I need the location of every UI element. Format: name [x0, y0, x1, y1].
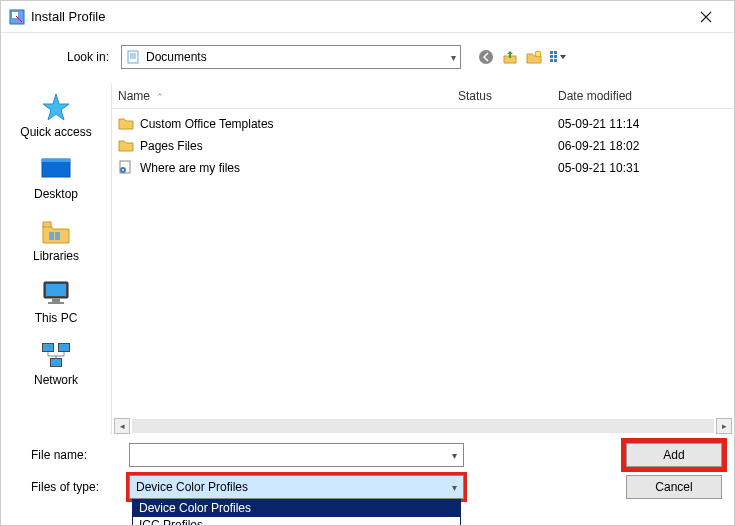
- filetype-label: Files of type:: [11, 480, 129, 494]
- svg-point-6: [479, 50, 493, 64]
- places-bar: Quick access Desktop Libraries This PC N…: [1, 83, 111, 435]
- file-list-pane: Name⌃ Status Date modified Custom Office…: [111, 83, 734, 435]
- svg-rect-16: [43, 222, 51, 227]
- file-icon: [118, 159, 136, 177]
- chevron-down-icon: ▾: [451, 52, 456, 63]
- network-icon: [37, 339, 75, 371]
- file-name: Custom Office Templates: [140, 117, 458, 131]
- svg-rect-28: [51, 359, 61, 366]
- new-folder-icon[interactable]: [525, 48, 543, 66]
- svg-rect-26: [59, 344, 69, 351]
- place-libraries[interactable]: Libraries: [1, 215, 111, 263]
- filetype-combo[interactable]: Device Color Profiles ▾: [129, 475, 464, 499]
- svg-rect-15: [42, 159, 70, 162]
- filename-input[interactable]: ▾: [129, 443, 464, 467]
- svg-rect-20: [46, 284, 66, 296]
- scroll-right-icon[interactable]: ▸: [716, 418, 732, 434]
- window-title: Install Profile: [31, 9, 686, 24]
- chevron-down-icon: ▾: [452, 450, 457, 461]
- svg-point-7: [535, 51, 541, 57]
- back-icon[interactable]: [477, 48, 495, 66]
- svg-rect-17: [49, 232, 54, 240]
- svg-rect-18: [55, 232, 60, 240]
- lookin-value: Documents: [146, 50, 451, 64]
- filetype-option[interactable]: ICC Profiles: [133, 517, 460, 526]
- lookin-row: Look in: Documents ▾: [1, 33, 734, 83]
- documents-icon: [126, 49, 142, 65]
- place-desktop[interactable]: Desktop: [1, 153, 111, 201]
- scroll-left-icon[interactable]: ◂: [114, 418, 130, 434]
- file-date: 05-09-21 11:14: [558, 117, 728, 131]
- file-date: 06-09-21 18:02: [558, 139, 728, 153]
- add-button[interactable]: Add: [626, 443, 722, 467]
- filetype-dropdown[interactable]: Device Color ProfilesICC ProfilesDevice …: [132, 499, 461, 526]
- libraries-icon: [37, 215, 75, 247]
- view-menu-icon[interactable]: [549, 48, 567, 66]
- svg-rect-8: [550, 51, 553, 54]
- filetype-option[interactable]: Device Color Profiles: [133, 500, 460, 517]
- lookin-toolbar: [477, 48, 567, 66]
- this-pc-icon: [37, 277, 75, 309]
- col-status[interactable]: Status: [458, 89, 558, 103]
- lookin-label: Look in:: [11, 50, 121, 64]
- close-button[interactable]: [686, 3, 726, 31]
- file-row[interactable]: Pages Files06-09-21 18:02: [118, 135, 728, 157]
- svg-rect-11: [554, 55, 557, 58]
- folder-icon: [118, 137, 136, 155]
- svg-rect-9: [554, 51, 557, 54]
- file-list[interactable]: Custom Office Templates05-09-21 11:14Pag…: [112, 109, 734, 417]
- desktop-icon: [37, 153, 75, 185]
- up-one-level-icon[interactable]: [501, 48, 519, 66]
- cancel-button[interactable]: Cancel: [626, 475, 722, 499]
- place-this-pc[interactable]: This PC: [1, 277, 111, 325]
- svg-rect-2: [128, 51, 138, 63]
- scroll-track[interactable]: [132, 419, 714, 433]
- file-name: Pages Files: [140, 139, 458, 153]
- list-header[interactable]: Name⌃ Status Date modified: [112, 83, 734, 109]
- filename-label: File name:: [11, 448, 129, 462]
- place-quick-access[interactable]: Quick access: [1, 91, 111, 139]
- svg-rect-10: [550, 55, 553, 58]
- horizontal-scrollbar[interactable]: ◂ ▸: [112, 417, 734, 435]
- col-name[interactable]: Name: [118, 89, 150, 103]
- col-date[interactable]: Date modified: [558, 89, 728, 103]
- svg-rect-22: [48, 302, 64, 304]
- file-name: Where are my files: [140, 161, 458, 175]
- app-icon: [9, 9, 25, 25]
- file-row[interactable]: Custom Office Templates05-09-21 11:14: [118, 113, 728, 135]
- file-row[interactable]: Where are my files05-09-21 10:31: [118, 157, 728, 179]
- quick-access-icon: [37, 91, 75, 123]
- lookin-combo[interactable]: Documents ▾: [121, 45, 461, 69]
- place-network[interactable]: Network: [1, 339, 111, 387]
- filetype-value: Device Color Profiles: [136, 480, 248, 494]
- svg-rect-13: [554, 59, 557, 62]
- svg-rect-24: [43, 344, 53, 351]
- svg-rect-12: [550, 59, 553, 62]
- folder-icon: [118, 115, 136, 133]
- title-bar: Install Profile: [1, 1, 734, 33]
- chevron-down-icon: ▾: [452, 482, 457, 493]
- sort-ascending-icon: ⌃: [156, 92, 164, 102]
- svg-rect-21: [52, 299, 60, 302]
- file-date: 05-09-21 10:31: [558, 161, 728, 175]
